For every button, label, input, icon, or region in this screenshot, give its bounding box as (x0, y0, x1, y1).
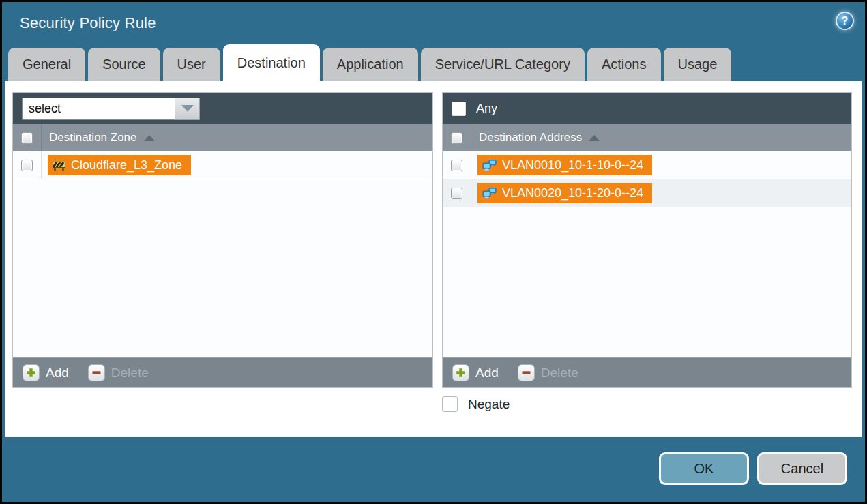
zone-filter-input[interactable] (22, 98, 175, 120)
cancel-button[interactable]: Cancel (757, 452, 847, 485)
delete-button[interactable]: Delete (88, 364, 149, 381)
delete-button[interactable]: Delete (518, 364, 578, 381)
minus-icon (518, 364, 535, 381)
address-column-label[interactable]: Destination Address (479, 131, 582, 145)
address-rows: VLAN0010_10-1-10-0--24 (443, 151, 851, 357)
address-panel-header: Any (443, 93, 851, 124)
tab-general[interactable]: General (8, 48, 85, 81)
address-column-label-wrap: Destination Address (471, 131, 600, 145)
dialog-title: Security Policy Rule (20, 14, 156, 32)
zone-header-checkbox-cell (13, 124, 42, 151)
dialog-footer: OK Cancel (2, 437, 865, 502)
zone-panel-header (13, 93, 432, 124)
zone-column-header: Destination Zone (13, 124, 432, 151)
table-row[interactable]: VLAN0010_10-1-10-0--24 (443, 151, 851, 179)
address-icon (482, 188, 497, 199)
address-panel-footer: Add Delete (443, 357, 851, 387)
address-header-checkbox-cell (443, 124, 471, 151)
sort-asc-icon (589, 135, 600, 141)
zone-panel-footer: Add Delete (13, 357, 432, 387)
negate-checkbox[interactable] (442, 396, 458, 412)
any-checkbox[interactable] (452, 102, 466, 116)
help-icon[interactable]: ? (836, 12, 854, 30)
destination-address-panel: Any Destination Address (442, 92, 852, 388)
security-policy-rule-dialog: Security Policy Rule ? General Source Us… (0, 0, 867, 504)
tab-usage[interactable]: Usage (664, 48, 732, 81)
add-button[interactable]: Add (23, 364, 69, 381)
destination-zone-panel: Destination Zone (12, 92, 433, 388)
zone-name: Cloudflare_L3_Zone (71, 158, 182, 173)
row-checkbox[interactable] (21, 160, 33, 171)
tab-actions[interactable]: Actions (587, 48, 661, 81)
select-all-zones-checkbox[interactable] (21, 132, 33, 144)
negate-label: Negate (468, 397, 510, 412)
tab-user[interactable]: User (163, 48, 220, 81)
address-name: VLAN0020_10-1-20-0--24 (502, 186, 643, 201)
negate-row: Negate (442, 396, 510, 412)
zone-filter-dropdown-button[interactable] (175, 98, 200, 120)
table-row[interactable]: Cloudflare_L3_Zone (13, 151, 432, 179)
ok-button[interactable]: OK (659, 452, 749, 485)
tab-service-url-category[interactable]: Service/URL Category (421, 48, 585, 81)
select-all-addresses-checkbox[interactable] (451, 132, 462, 144)
row-checkbox-cell (443, 151, 471, 179)
delete-label: Delete (111, 366, 149, 381)
address-chip[interactable]: VLAN0010_10-1-10-0--24 (477, 155, 652, 175)
zone-rows: Cloudflare_L3_Zone (13, 151, 432, 357)
tab-application[interactable]: Application (323, 48, 418, 81)
dialog-titlebar: Security Policy Rule ? (2, 2, 865, 44)
plus-icon (23, 364, 40, 381)
delete-label: Delete (541, 366, 578, 381)
minus-icon (88, 364, 105, 381)
zone-chip[interactable]: Cloudflare_L3_Zone (48, 155, 191, 175)
table-row[interactable]: VLAN0020_10-1-20-0--24 (443, 179, 851, 207)
sort-asc-icon (144, 135, 155, 141)
tab-source[interactable]: Source (88, 48, 160, 81)
any-label: Any (476, 102, 497, 116)
row-checkbox[interactable] (451, 188, 462, 199)
chevron-down-icon (181, 105, 194, 112)
add-label: Add (46, 366, 69, 381)
address-icon (482, 160, 497, 171)
zone-column-label[interactable]: Destination Zone (49, 131, 137, 145)
destination-tab-body: Destination Zone (5, 81, 862, 437)
address-chip[interactable]: VLAN0020_10-1-20-0--24 (477, 183, 652, 203)
tab-destination[interactable]: Destination (223, 44, 320, 81)
row-checkbox[interactable] (451, 160, 462, 171)
row-checkbox-cell (443, 179, 471, 207)
add-button[interactable]: Add (452, 364, 499, 381)
address-name: VLAN0010_10-1-10-0--24 (502, 158, 643, 173)
plus-icon (452, 364, 469, 381)
row-checkbox-cell (13, 151, 42, 179)
zone-column-label-wrap: Destination Zone (42, 131, 155, 145)
add-label: Add (475, 366, 499, 381)
zone-filter-combobox (22, 98, 200, 120)
address-column-header: Destination Address (443, 124, 851, 151)
zone-icon (53, 160, 65, 171)
tab-bar: General Source User Destination Applicat… (2, 44, 865, 81)
